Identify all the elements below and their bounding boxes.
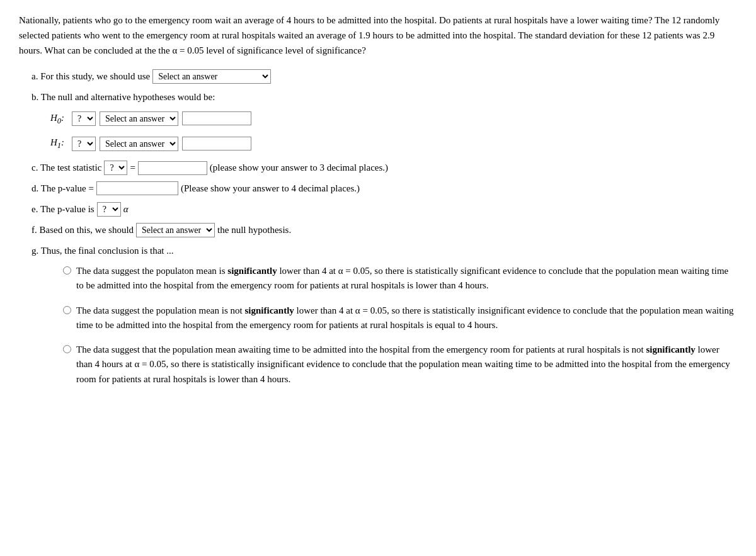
part-e-alpha: α (123, 202, 129, 217)
radio-3-text: The data suggest that the population mea… (76, 343, 737, 387)
part-d-label: d. The p-value = (32, 181, 94, 196)
part-c-symbol-select[interactable]: ? t z (104, 161, 127, 175)
part-d: d. The p-value = (Please show your answe… (32, 181, 737, 196)
h1-label: H1: (50, 135, 68, 152)
part-a-label: a. For this study, we should use (32, 69, 150, 84)
radio-2-input[interactable] (63, 306, 71, 314)
part-f: f. Based on this, we should Select an an… (32, 223, 737, 237)
part-d-input[interactable] (96, 181, 178, 195)
radio-option-1: The data suggest the populaton mean is s… (32, 264, 737, 293)
part-c-equals: = (130, 161, 135, 175)
h0-symbol-select[interactable]: ? μ p (72, 111, 96, 126)
part-f-label: f. Based on this, we should (32, 223, 134, 237)
part-d-note: (Please show your answer to 4 decimal pl… (181, 181, 360, 196)
h0-label: H0: (50, 111, 68, 127)
h0-answer-select[interactable]: Select an answer = 4 ≠ 4 < 4 > 4 ≤ 4 ≥ 4 (100, 111, 178, 126)
part-b: b. The null and alternative hypotheses w… (32, 90, 737, 152)
part-b-label-row: b. The null and alternative hypotheses w… (32, 90, 737, 105)
part-a: a. For this study, we should use Select … (32, 69, 737, 84)
h0-row: H0: ? μ p Select an answer = 4 ≠ 4 < 4 >… (32, 111, 737, 127)
part-c-input[interactable] (138, 161, 207, 175)
h1-row: H1: ? μ p Select an answer = 4 ≠ 4 < 4 >… (32, 135, 737, 152)
h1-answer-select[interactable]: Select an answer = 4 ≠ 4 < 4 > 4 ≤ 4 ≥ 4 (100, 137, 178, 151)
part-e: e. The p-value is ? < > = α (32, 202, 737, 217)
part-e-label: e. The p-value is (32, 202, 94, 217)
part-g: g. Thus, the final conclusion is that ..… (32, 244, 737, 387)
radio-2-text: The data suggest the population mean is … (76, 304, 737, 333)
part-g-label: g. Thus, the final conclusion is that ..… (32, 244, 174, 258)
radio-1-text: The data suggest the populaton mean is s… (76, 264, 737, 293)
parts-container: a. For this study, we should use Select … (19, 69, 737, 387)
part-f-select[interactable]: Select an answer reject fail to reject a… (136, 223, 215, 237)
radio-3-input[interactable] (63, 345, 71, 353)
radio-option-3: The data suggest that the population mea… (32, 343, 737, 387)
h1-symbol-select[interactable]: ? μ p (72, 137, 96, 151)
part-c-label: c. The test statistic (32, 161, 101, 175)
part-f-suffix: the null hypothesis. (217, 223, 291, 237)
h1-value-input[interactable] (182, 137, 251, 150)
question-intro: Nationally, patients who go to the emerg… (19, 13, 737, 58)
h0-value-input[interactable] (182, 111, 251, 125)
part-a-select[interactable]: Select an answer t-test for a population… (152, 69, 271, 84)
radio-option-2: The data suggest the population mean is … (32, 304, 737, 333)
part-c: c. The test statistic ? t z = (please sh… (32, 161, 737, 175)
part-b-label: b. The null and alternative hypotheses w… (32, 90, 215, 105)
part-c-note: (please show your answer to 3 decimal pl… (210, 161, 388, 175)
part-g-label-row: g. Thus, the final conclusion is that ..… (32, 244, 737, 258)
radio-1-input[interactable] (63, 266, 71, 275)
part-e-select[interactable]: ? < > = (97, 202, 121, 217)
